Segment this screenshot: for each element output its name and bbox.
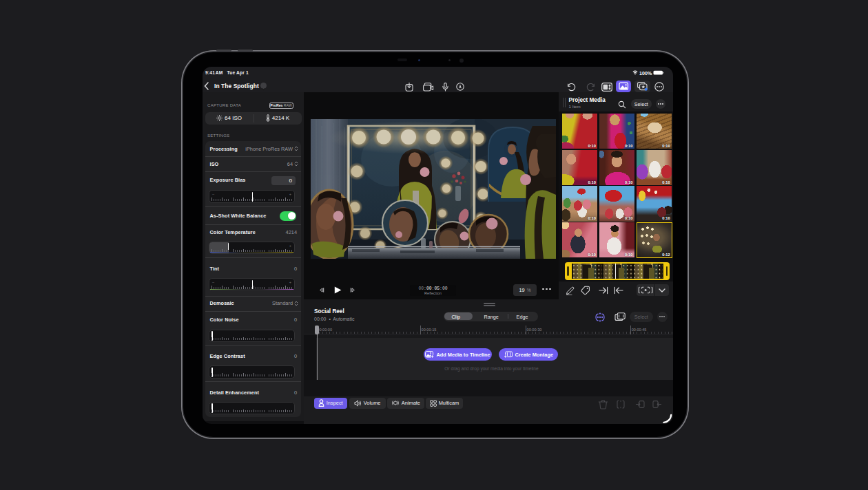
svg-text:100%: 100% <box>639 70 652 76</box>
